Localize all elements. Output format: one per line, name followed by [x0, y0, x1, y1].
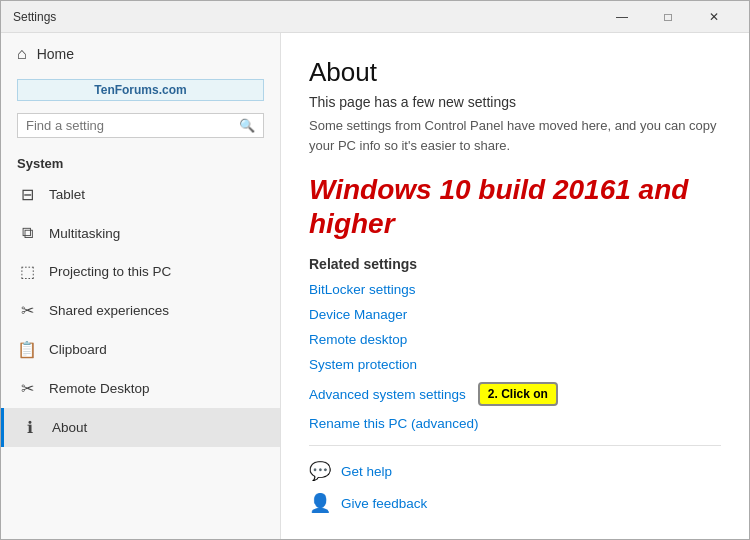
- sidebar-item-multitasking[interactable]: ⧉ Multitasking: [1, 214, 280, 252]
- settings-window: Settings — □ ✕ ⌂ Home TenForums.com 🔍 Sy…: [0, 0, 750, 540]
- sidebar-item-home[interactable]: ⌂ Home: [1, 33, 280, 75]
- sidebar-item-label-about: About: [52, 420, 87, 435]
- support-give-feedback[interactable]: 👤 Give feedback: [309, 492, 721, 514]
- callout-2-bubble: 2. Click on: [478, 382, 558, 406]
- link-advanced-system[interactable]: Advanced system settings: [309, 387, 466, 402]
- sidebar-item-remote[interactable]: ✂ Remote Desktop: [1, 369, 280, 408]
- link-rename-pc[interactable]: Rename this PC (advanced): [309, 416, 721, 431]
- link-bitlocker[interactable]: BitLocker settings: [309, 282, 721, 297]
- give-feedback-label[interactable]: Give feedback: [341, 496, 427, 511]
- search-box[interactable]: 🔍: [17, 113, 264, 138]
- sidebar-item-label-remote: Remote Desktop: [49, 381, 150, 396]
- sidebar-item-clipboard[interactable]: 📋 Clipboard: [1, 330, 280, 369]
- page-subtitle: This page has a few new settings: [309, 94, 721, 110]
- close-button[interactable]: ✕: [691, 1, 737, 33]
- right-panel: About This page has a few new settings S…: [281, 33, 749, 539]
- sidebar-item-shared[interactable]: ✂ Shared experiences: [1, 291, 280, 330]
- tablet-icon: ⊟: [17, 185, 37, 204]
- sidebar-item-tablet[interactable]: ⊟ Tablet: [1, 175, 280, 214]
- page-desc: Some settings from Control Panel have mo…: [309, 116, 721, 155]
- minimize-button[interactable]: —: [599, 1, 645, 33]
- multitasking-icon: ⧉: [17, 224, 37, 242]
- link-system-protection[interactable]: System protection: [309, 357, 721, 372]
- content-area: ⌂ Home TenForums.com 🔍 System ⊟ Tablet ⧉…: [1, 33, 749, 539]
- sidebar-section-label: System: [1, 150, 280, 175]
- sidebar-item-label-clipboard: Clipboard: [49, 342, 107, 357]
- projecting-icon: ⬚: [17, 262, 37, 281]
- sidebar-item-label-shared: Shared experiences: [49, 303, 169, 318]
- advanced-system-row: Advanced system settings 2. Click on: [309, 382, 721, 406]
- shared-icon: ✂: [17, 301, 37, 320]
- win10-banner: Windows 10 build 20161 and higher: [309, 173, 721, 240]
- link-remote-desktop[interactable]: Remote desktop: [309, 332, 721, 347]
- sidebar-item-label-multitasking: Multitasking: [49, 226, 120, 241]
- tenforum-watermark: TenForums.com: [17, 79, 264, 101]
- sidebar: ⌂ Home TenForums.com 🔍 System ⊟ Tablet ⧉…: [1, 33, 281, 539]
- divider: [309, 445, 721, 446]
- window-controls: — □ ✕: [599, 1, 737, 33]
- link-device-manager[interactable]: Device Manager: [309, 307, 721, 322]
- maximize-button[interactable]: □: [645, 1, 691, 33]
- about-icon: ℹ: [20, 418, 40, 437]
- clipboard-icon: 📋: [17, 340, 37, 359]
- remote-icon: ✂: [17, 379, 37, 398]
- home-label: Home: [37, 46, 74, 62]
- sidebar-item-label-projecting: Projecting to this PC: [49, 264, 171, 279]
- give-feedback-icon: 👤: [309, 492, 331, 514]
- page-title: About: [309, 57, 721, 88]
- search-icon: 🔍: [239, 118, 255, 133]
- window-title: Settings: [13, 10, 599, 24]
- titlebar: Settings — □ ✕: [1, 1, 749, 33]
- sidebar-item-projecting[interactable]: ⬚ Projecting to this PC: [1, 252, 280, 291]
- get-help-icon: 💬: [309, 460, 331, 482]
- sidebar-item-label-tablet: Tablet: [49, 187, 85, 202]
- related-settings-label: Related settings: [309, 256, 721, 272]
- search-input[interactable]: [26, 118, 239, 133]
- support-get-help[interactable]: 💬 Get help: [309, 460, 721, 482]
- sidebar-item-about[interactable]: ℹ About 1. Click on: [1, 408, 280, 447]
- home-icon: ⌂: [17, 45, 27, 63]
- get-help-label[interactable]: Get help: [341, 464, 392, 479]
